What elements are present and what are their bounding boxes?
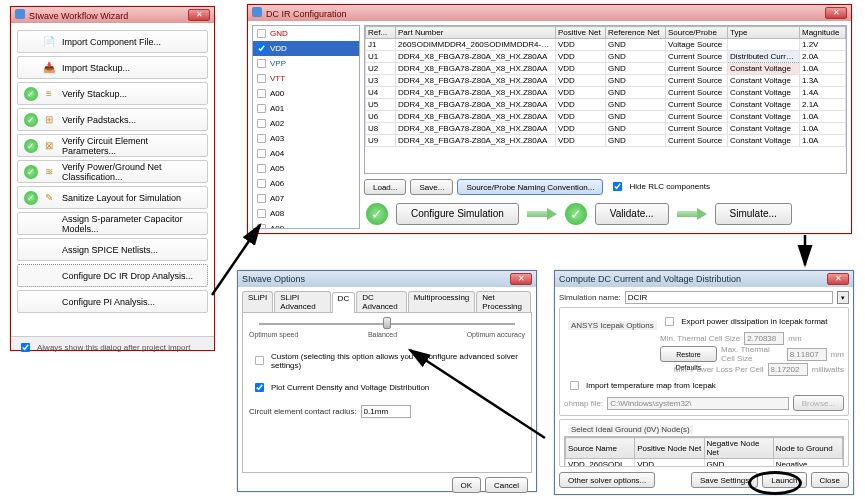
wizard-item-8[interactable]: ✓Assign SPICE Netlists... xyxy=(17,238,208,261)
table-row[interactable]: J1260SODIMMDDR4_260SODIMMDDR4-BAAVDDGNDV… xyxy=(366,39,846,51)
simname-label: Simulation name: xyxy=(559,293,621,302)
load-button[interactable]: Load... xyxy=(364,179,406,195)
opts-titlebar: SIwave Options ✕ xyxy=(238,271,536,287)
cancel-button[interactable]: Cancel xyxy=(485,477,528,493)
column-header[interactable]: Source/Probe xyxy=(666,27,728,39)
column-header[interactable]: Node to Ground xyxy=(773,438,842,459)
options-tabs: SLiPISLiPI AdvancedDCDC AdvancedMultipro… xyxy=(242,291,532,313)
always-show-checkbox[interactable]: Always show this dialog after project im… xyxy=(15,338,190,357)
tab-slipi-advanced[interactable]: SLiPI Advanced xyxy=(274,291,330,312)
tab-net-processing[interactable]: Net Processing xyxy=(476,291,531,312)
column-header[interactable]: Negative Node Net xyxy=(704,438,773,459)
export-icepak-checkbox[interactable]: Export power dissipation in Icepak forma… xyxy=(659,312,827,331)
net-item[interactable]: A03 xyxy=(253,131,359,146)
check-icon: ✓ xyxy=(24,87,38,101)
net-item[interactable]: A04 xyxy=(253,146,359,161)
column-header[interactable]: Magnitude xyxy=(800,27,846,39)
net-item[interactable]: GND xyxy=(253,26,359,41)
import-temp-checkbox[interactable]: Import temperature map from Icepak xyxy=(564,376,716,395)
net-item[interactable]: VDD xyxy=(253,41,359,56)
arrow-right-icon xyxy=(677,208,707,220)
item-label: Configure DC IR Drop Analysis... xyxy=(62,271,193,281)
tab-dc[interactable]: DC xyxy=(332,292,356,313)
table-row[interactable]: U9DDR4_X8_FBGA78-Z80A_X8_HX.Z80AAVDDGNDC… xyxy=(366,135,846,147)
simulate-button[interactable]: Simulate... xyxy=(715,203,792,225)
tab-slipi[interactable]: SLiPI xyxy=(242,291,273,312)
save-button[interactable]: Save... xyxy=(410,179,453,195)
item-label: Verify Padstacks... xyxy=(62,115,136,125)
net-item[interactable]: A00 xyxy=(253,86,359,101)
table-row[interactable]: VDD_260SODIMMDDR4_26...VDDGNDNegative xyxy=(566,459,843,468)
wizard-item-5[interactable]: ✓≋Verify Power/Ground Net Classification… xyxy=(17,160,208,183)
column-header[interactable]: Part Number xyxy=(396,27,556,39)
restore-defaults-button[interactable]: Restore Defaults xyxy=(660,346,717,362)
table-row[interactable]: U3DDR4_X8_FBGA78-Z80A_X8_HX.Z80AAVDDGNDC… xyxy=(366,75,846,87)
wizard-item-0[interactable]: ✓📄Import Component File... xyxy=(17,30,208,53)
table-row[interactable]: U5DDR4_X8_FBGA78-Z80A_X8_HX.Z80AAVDDGNDC… xyxy=(366,99,846,111)
item-label: Configure PI Analysis... xyxy=(62,297,155,307)
wizard-item-2[interactable]: ✓≡Verify Stackup... xyxy=(17,82,208,105)
table-row[interactable]: U8DDR4_X8_FBGA78-Z80A_X8_HX.Z80AAVDDGNDC… xyxy=(366,123,846,135)
item-label: Import Component File... xyxy=(62,37,161,47)
close-icon[interactable]: ✕ xyxy=(825,7,847,19)
custom-checkbox[interactable]: Custom (selecting this option allows you… xyxy=(249,351,525,370)
column-header[interactable]: Positive Node Net xyxy=(635,438,704,459)
item-icon xyxy=(42,269,56,283)
naming-convention-button[interactable]: Source/Probe Naming Convention... xyxy=(457,179,603,195)
column-header[interactable]: Source Name xyxy=(566,438,635,459)
net-item[interactable]: A02 xyxy=(253,116,359,131)
net-item[interactable]: A09 xyxy=(253,221,359,229)
other-solver-options-button[interactable]: Other solver options... xyxy=(559,472,655,488)
wizard-item-10[interactable]: ✓Configure PI Analysis... xyxy=(17,290,208,313)
net-item[interactable]: A08 xyxy=(253,206,359,221)
browse-button: Browse... xyxy=(793,395,844,411)
hide-rlc-checkbox[interactable]: Hide RLC components xyxy=(607,177,709,196)
item-label: Sanitize Layout for Simulation xyxy=(62,193,181,203)
net-item[interactable]: A07 xyxy=(253,191,359,206)
plot-checkbox[interactable]: Plot Current Density and Voltage Distrib… xyxy=(249,378,525,397)
check-icon: ✓ xyxy=(24,139,38,153)
item-label: Verify Stackup... xyxy=(62,89,127,99)
dropdown-icon[interactable]: ▾ xyxy=(837,291,849,304)
close-button[interactable]: Close xyxy=(811,472,849,488)
wizard-item-3[interactable]: ✓⊞Verify Padstacks... xyxy=(17,108,208,131)
tab-dc-advanced[interactable]: DC Advanced xyxy=(356,291,407,312)
save-settings-button[interactable]: Save Settings xyxy=(691,472,758,488)
ok-button[interactable]: OK xyxy=(452,477,482,493)
table-row[interactable]: U4DDR4_X8_FBGA78-Z80A_X8_HX.Z80AAVDDGNDC… xyxy=(366,87,846,99)
net-list[interactable]: GNDVDDVPPVTTA00A01A02A03A04A05A06A07A08A… xyxy=(252,25,360,229)
net-item[interactable]: A01 xyxy=(253,101,359,116)
accuracy-slider[interactable]: Optimum speedBalancedOptimum accuracy xyxy=(249,319,525,343)
simulation-name-input[interactable] xyxy=(625,291,833,304)
radius-input[interactable] xyxy=(361,405,411,418)
wizard-item-4[interactable]: ✓⊠Verify Circuit Element Parameters... xyxy=(17,134,208,157)
ground-table[interactable]: Source NamePositive Node NetNegative Nod… xyxy=(564,436,844,467)
source-grid[interactable]: Ref...Part NumberPositive NetReference N… xyxy=(364,25,847,174)
net-item[interactable]: VPP xyxy=(253,56,359,71)
close-icon[interactable]: ✕ xyxy=(510,273,532,285)
column-header[interactable]: Positive Net xyxy=(556,27,606,39)
validate-button[interactable]: Validate... xyxy=(595,203,669,225)
net-item[interactable]: VTT xyxy=(253,71,359,86)
cfg-app-icon xyxy=(252,7,262,17)
configure-simulation-button[interactable]: Configure Simulation xyxy=(396,203,519,225)
icepak-options-group: ANSYS Icepak Options Export power dissip… xyxy=(559,307,849,416)
check-icon: ✓ xyxy=(24,191,38,205)
column-header[interactable]: Ref... xyxy=(366,27,396,39)
table-row[interactable]: U6DDR4_X8_FBGA78-Z80A_X8_HX.Z80AAVDDGNDC… xyxy=(366,111,846,123)
table-row[interactable]: U2DDR4_X8_FBGA78-Z80A_X8_HX.Z80AAVDDGNDC… xyxy=(366,63,846,75)
wizard-item-6[interactable]: ✓✎Sanitize Layout for Simulation xyxy=(17,186,208,209)
net-item[interactable]: A05 xyxy=(253,161,359,176)
ideal-ground-group: Select Ideal Ground (0V) Node(s) Source … xyxy=(559,419,849,467)
wizard-item-1[interactable]: ✓📥Import Stackup... xyxy=(17,56,208,79)
table-row[interactable]: U1DDR4_X8_FBGA78-Z80A_X8_HX.Z80AAVDDGNDC… xyxy=(366,51,846,63)
wizard-item-9[interactable]: ✓Configure DC IR Drop Analysis... xyxy=(17,264,208,287)
launch-button[interactable]: Launch xyxy=(762,472,806,488)
wizard-item-7[interactable]: ✓Assign S-parameter Capacitor Models... xyxy=(17,212,208,235)
column-header[interactable]: Type xyxy=(728,27,800,39)
tab-multiprocessing[interactable]: Multiprocessing xyxy=(408,291,476,312)
column-header[interactable]: Reference Net xyxy=(606,27,666,39)
close-icon[interactable]: ✕ xyxy=(188,9,210,21)
close-icon[interactable]: ✕ xyxy=(827,273,849,285)
net-item[interactable]: A06 xyxy=(253,176,359,191)
